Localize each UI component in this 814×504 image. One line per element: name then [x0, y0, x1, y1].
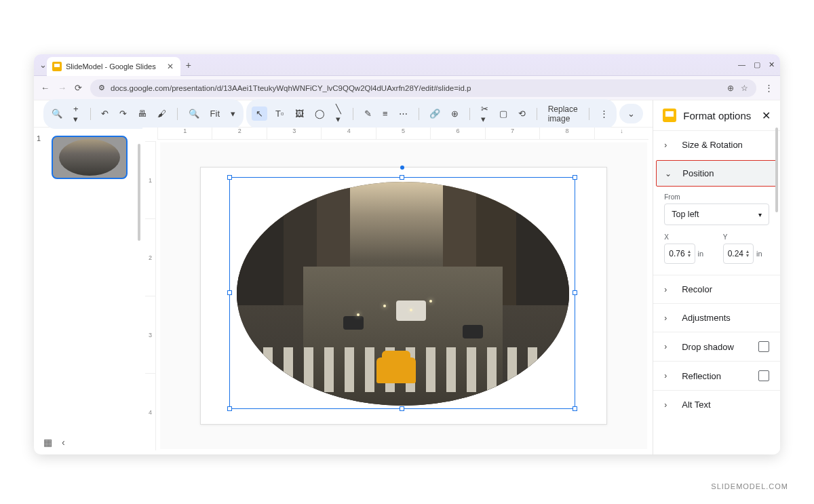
handle-t[interactable]: [400, 175, 404, 180]
close-panel-icon[interactable]: ✕: [762, 109, 771, 122]
format-options-panel: Format options ✕ › Size & Rotation ⌄ Pos…: [653, 100, 780, 454]
from-value: Top left: [672, 210, 699, 219]
handle-tl[interactable]: [227, 175, 232, 180]
y-stepper[interactable]: ▴▾: [746, 250, 749, 258]
adjustments-label: Adjustments: [682, 313, 731, 323]
canvas[interactable]: [160, 142, 647, 449]
browser-titlebar: ⌄ SlideModel - Google Slides ✕ + — ▢ ✕: [34, 54, 780, 76]
maximize-icon[interactable]: ▢: [754, 60, 760, 69]
minimize-icon[interactable]: —: [738, 60, 745, 69]
tab-dropdown-icon[interactable]: ⌄: [39, 60, 47, 70]
line-icon[interactable]: ╲ ▾: [333, 102, 345, 126]
textbox-icon[interactable]: T▫: [273, 106, 287, 121]
select-tool-icon[interactable]: ↖: [252, 106, 267, 121]
site-info-icon[interactable]: ⚙: [98, 83, 105, 92]
y-input[interactable]: 0.24 ▴▾: [723, 244, 754, 264]
border-weight-icon[interactable]: ≡: [380, 106, 391, 121]
chevron-right-icon: ›: [664, 400, 674, 410]
recolor-label: Recolor: [682, 284, 712, 294]
app-main: 🔍 + ▾ ↶ ↷ 🖶 🖌 🔍 Fit ▾ ↖ T▫ 🖼 ◯: [34, 100, 780, 454]
section-alt-text[interactable]: › Alt Text: [653, 390, 780, 419]
ruler-vertical: 1234: [145, 141, 156, 450]
new-slide-icon[interactable]: + ▾: [71, 102, 82, 126]
section-drop-shadow[interactable]: › Drop shadow: [653, 332, 780, 361]
address-bar: ← → ⟳ ⚙ docs.google.com/presentation/d/1…: [34, 76, 780, 100]
reflection-checkbox[interactable]: [758, 370, 769, 381]
zoom-indicator-icon[interactable]: ⊕: [727, 83, 734, 93]
search-menus-icon[interactable]: 🔍: [49, 106, 65, 121]
zoom-dropdown-icon[interactable]: ▾: [228, 106, 238, 121]
image-icon[interactable]: 🖼: [292, 106, 307, 121]
section-adjustments[interactable]: › Adjustments: [653, 303, 780, 332]
back-icon[interactable]: ←: [41, 83, 50, 93]
thumbs-scrollbar[interactable]: [138, 144, 140, 448]
slide-1[interactable]: [200, 167, 607, 425]
slides-favicon-icon: [52, 62, 62, 71]
more-icon[interactable]: ⋮: [597, 106, 611, 121]
new-tab-button[interactable]: +: [186, 60, 191, 71]
paint-format-icon[interactable]: 🖌: [155, 106, 169, 121]
y-label: Y: [723, 233, 769, 241]
chevron-right-icon: ›: [664, 140, 674, 150]
shape-icon[interactable]: ◯: [312, 106, 328, 121]
size-rotation-label: Size & Rotation: [682, 140, 743, 150]
crop-icon[interactable]: ✂ ▾: [478, 102, 491, 126]
slides-toolbar: 🔍 + ▾ ↶ ↷ 🖶 🖌 🔍 Fit ▾ ↖ T▫ 🖼 ◯: [34, 100, 653, 128]
browser-tab[interactable]: SlideModel - Google Slides ✕: [47, 57, 180, 76]
panel-scrollbar[interactable]: [775, 128, 778, 340]
watermark: SLIDEMODEL.COM: [711, 482, 788, 490]
section-reflection[interactable]: › Reflection: [653, 361, 780, 390]
handle-tr[interactable]: [573, 175, 577, 180]
border-color-icon[interactable]: ✎: [362, 106, 374, 121]
grid-view-icon[interactable]: ▦: [43, 437, 52, 448]
format-options-icon: [663, 109, 676, 122]
redo-icon[interactable]: ↷: [117, 106, 130, 121]
handle-b[interactable]: [400, 406, 404, 411]
panel-header: Format options ✕: [653, 100, 780, 130]
section-size-rotation[interactable]: › Size & Rotation: [653, 130, 780, 159]
selection-box[interactable]: [229, 177, 575, 409]
window-controls: — ▢ ✕: [738, 60, 775, 69]
link-icon[interactable]: 🔗: [427, 106, 443, 121]
undo-icon[interactable]: ↶: [98, 106, 111, 121]
prev-slide-icon[interactable]: ‹: [62, 437, 65, 448]
reset-image-icon[interactable]: ⟲: [516, 106, 528, 121]
print-icon[interactable]: 🖶: [135, 106, 149, 121]
chevron-right-icon: ›: [664, 371, 674, 381]
footer-buttons: ▦ ‹: [43, 437, 65, 448]
masked-image[interactable]: [237, 182, 569, 406]
close-window-icon[interactable]: ✕: [769, 60, 775, 69]
zoom-label[interactable]: Fit: [208, 106, 222, 121]
x-stepper[interactable]: ▴▾: [688, 250, 691, 258]
x-unit: in: [698, 250, 704, 258]
from-dropdown[interactable]: Top left ▾: [664, 203, 769, 225]
dropdown-caret-icon: ▾: [758, 211, 762, 218]
x-input[interactable]: 0.76 ▴▾: [664, 244, 695, 264]
close-tab-icon[interactable]: ✕: [167, 62, 174, 71]
section-position[interactable]: ⌄ Position: [656, 160, 777, 187]
border-dash-icon[interactable]: ⋯: [396, 106, 410, 121]
url-field[interactable]: ⚙ docs.google.com/presentation/d/13AAei1…: [90, 79, 756, 97]
y-value: 0.24: [728, 249, 743, 258]
browser-menu-icon[interactable]: ⋮: [764, 83, 773, 93]
reload-icon[interactable]: ⟳: [75, 83, 82, 93]
collapse-toolbar-icon[interactable]: ⌄: [625, 106, 638, 121]
comment-icon[interactable]: ⊕: [448, 106, 461, 121]
zoom-icon[interactable]: 🔍: [186, 106, 202, 121]
handle-r[interactable]: [573, 290, 577, 295]
forward-icon[interactable]: →: [58, 83, 66, 93]
handle-l[interactable]: [227, 290, 232, 295]
x-value: 0.76: [669, 249, 684, 258]
drop-shadow-checkbox[interactable]: [758, 341, 769, 352]
replace-image-button[interactable]: Replace image: [545, 102, 581, 125]
bookmark-icon[interactable]: ☆: [741, 83, 748, 93]
section-recolor[interactable]: › Recolor: [653, 275, 780, 303]
city-photo-icon: [237, 182, 569, 406]
url-text: docs.google.com/presentation/d/13AAei1Tt…: [111, 84, 471, 92]
handle-bl[interactable]: [227, 406, 232, 411]
handle-br[interactable]: [573, 406, 577, 411]
slide-thumb-1[interactable]: [52, 136, 128, 179]
mask-icon[interactable]: ▢: [497, 106, 510, 121]
chevron-right-icon: ›: [664, 342, 674, 351]
rotate-handle[interactable]: [400, 166, 404, 170]
